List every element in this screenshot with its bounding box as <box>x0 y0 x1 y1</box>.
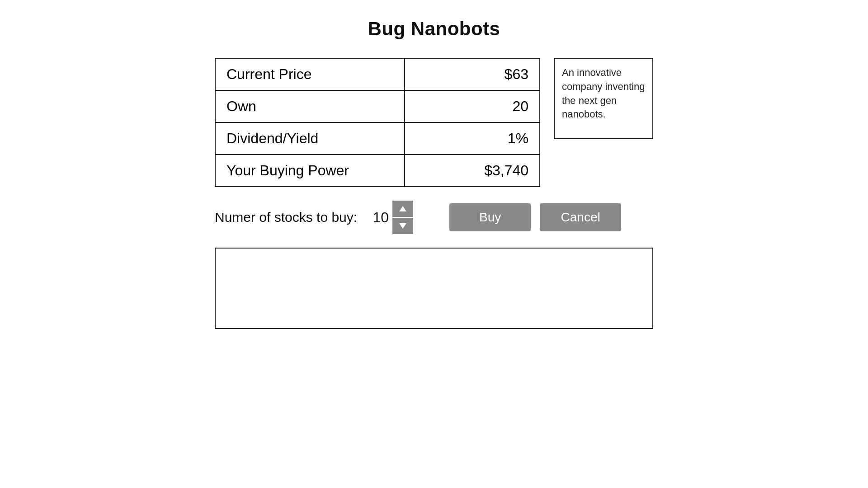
stocks-label: Numer of stocks to buy: <box>215 210 357 225</box>
stepper-up-button[interactable] <box>392 201 413 217</box>
output-box <box>215 248 653 329</box>
stepper-down-button[interactable] <box>392 218 413 234</box>
main-content: Current Price$63Own20Dividend/Yield1%You… <box>215 58 653 187</box>
table-row: Dividend/Yield1% <box>215 122 540 155</box>
stepper-group: 10 <box>371 201 413 234</box>
buy-button[interactable]: Buy <box>449 203 531 231</box>
table-row: Own20 <box>215 90 540 122</box>
table-row: Your Buying Power$3,740 <box>215 155 540 187</box>
table-cell-value: 1% <box>405 122 540 155</box>
table-cell-label: Your Buying Power <box>215 155 405 187</box>
info-table: Current Price$63Own20Dividend/Yield1%You… <box>215 58 540 187</box>
table-row: Current Price$63 <box>215 58 540 90</box>
table-cell-label: Own <box>215 90 405 122</box>
stepper-value: 10 <box>371 209 389 226</box>
svg-marker-0 <box>399 206 406 211</box>
table-cell-label: Dividend/Yield <box>215 122 405 155</box>
table-cell-value: 20 <box>405 90 540 122</box>
table-cell-value: $63 <box>405 58 540 90</box>
table-cell-label: Current Price <box>215 58 405 90</box>
svg-marker-1 <box>399 223 406 229</box>
description-text: An innovative company inventing the next… <box>562 67 645 120</box>
stepper-buttons <box>392 201 413 234</box>
page-title: Bug Nanobots <box>368 18 500 40</box>
controls-row: Numer of stocks to buy: 10 Buy Cancel <box>215 201 653 234</box>
cancel-button[interactable]: Cancel <box>540 203 621 231</box>
description-box: An innovative company inventing the next… <box>554 58 653 139</box>
table-cell-value: $3,740 <box>405 155 540 187</box>
action-buttons: Buy Cancel <box>449 203 621 231</box>
